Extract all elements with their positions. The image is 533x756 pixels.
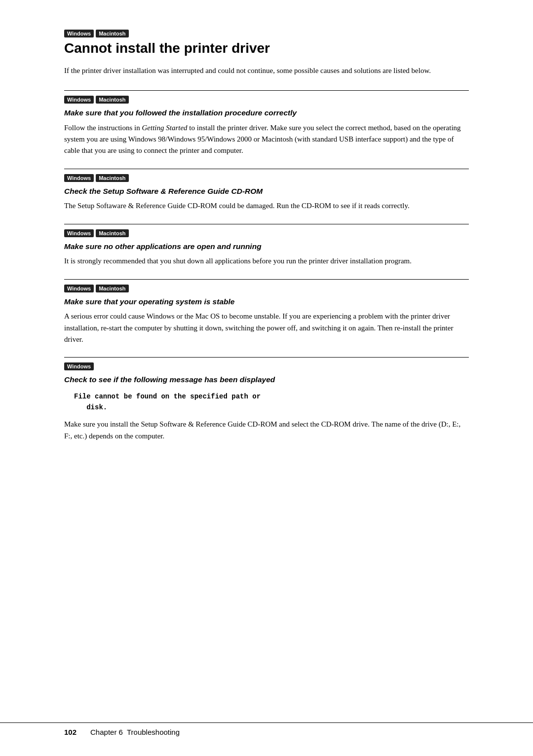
section-1-macintosh-badge: Macintosh [96,96,128,104]
section-1-body: Follow the instructions in Getting Start… [64,122,469,157]
section-4-windows-badge: Windows [64,285,94,292]
section-2-windows-badge: Windows [64,174,94,182]
section-1-heading: Make sure that you followed the installa… [64,108,469,118]
page: Windows Macintosh Cannot install the pri… [0,0,533,756]
section-2-body: The Setup Softaware & Reference Guide CD… [64,200,469,212]
section-divider-4 [64,279,469,280]
section-3-heading: Make sure no other applications are open… [64,241,469,252]
top-badge-row: Windows Macintosh [64,30,469,37]
section-1-windows-badge: Windows [64,96,94,104]
section-divider-5 [64,357,469,358]
section-5-body: Make sure you install the Setup Software… [64,419,469,442]
section-3: Windows Macintosh Make sure no other app… [64,224,469,267]
section-4-badges: Windows Macintosh [64,285,469,292]
footer: 102 Chapter 6 Troubleshooting [0,722,533,736]
section-5-monospace: File cannot be found on the specified pa… [74,391,469,413]
section-4-macintosh-badge: Macintosh [96,285,128,292]
section-3-windows-badge: Windows [64,229,94,237]
section-4-body: A serious error could cause Windows or t… [64,311,469,345]
footer-page-number: 102 [64,728,76,736]
section-5: Windows Check to see if the following me… [64,357,469,442]
section-5-heading: Check to see if the following message ha… [64,374,469,385]
section-2-badges: Windows Macintosh [64,174,469,182]
section-1-badges: Windows Macintosh [64,96,469,104]
section-3-body: It is strongly recommended that you shut… [64,255,469,267]
section-divider-3 [64,224,469,224]
footer-chapter-topic: Troubleshooting [127,728,180,736]
section-4-heading: Make sure that your operating system is … [64,296,469,307]
section-divider-1 [64,90,469,91]
page-title: Cannot install the printer driver [64,40,469,56]
footer-chapter-label: Chapter 6 [90,728,123,736]
windows-badge: Windows [64,30,94,37]
section-2: Windows Macintosh Check the Setup Softwa… [64,169,469,212]
footer-chapter-info: Chapter 6 Troubleshooting [90,728,180,736]
section-3-badges: Windows Macintosh [64,229,469,237]
section-4: Windows Macintosh Make sure that your op… [64,279,469,345]
section-5-windows-badge: Windows [64,362,94,370]
section-2-heading: Check the Setup Software & Reference Gui… [64,186,469,197]
macintosh-badge: Macintosh [96,30,128,37]
section-divider-2 [64,169,469,169]
section-3-macintosh-badge: Macintosh [96,229,128,237]
intro-paragraph: If the printer driver installation was i… [64,65,469,76]
section-5-badges: Windows [64,362,469,370]
section-2-macintosh-badge: Macintosh [96,174,128,182]
section-1: Windows Macintosh Make sure that you fol… [64,90,469,156]
